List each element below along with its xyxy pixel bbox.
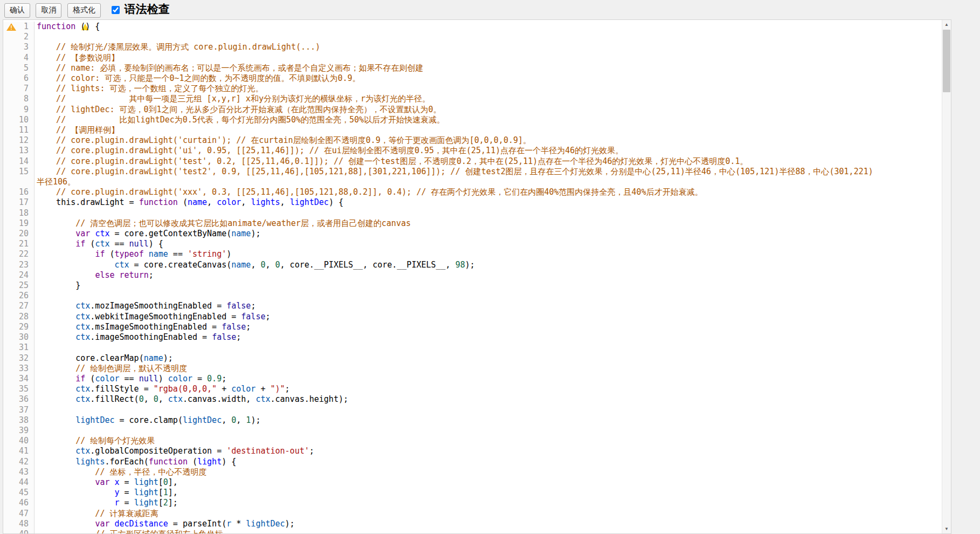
- scrollbar-down-arrow-icon[interactable]: ▼: [942, 524, 951, 533]
- code-text: 半径106。: [34, 177, 942, 187]
- code-line[interactable]: 25 }: [3, 280, 942, 291]
- code-line[interactable]: 42 lights.forEach(function (light) {: [3, 457, 942, 467]
- code-text: [34, 426, 942, 436]
- line-number: 25: [3, 280, 34, 291]
- code-line[interactable]: 1!function () {: [3, 22, 942, 32]
- line-number: 49: [3, 529, 34, 534]
- code-text: // 【参数说明】: [34, 53, 942, 63]
- code-text: var decDistance = parseInt(r * lightDec)…: [34, 519, 942, 529]
- code-line[interactable]: 18: [3, 208, 942, 218]
- code-line[interactable]: 45 y = light[1],: [3, 488, 942, 498]
- code-line[interactable]: 44 var x = light[0],: [3, 477, 942, 488]
- code-line[interactable]: 35 ctx.fillStyle = "rgba(0,0,0," + color…: [3, 384, 942, 394]
- code-line-wrap[interactable]: 半径106。: [3, 177, 942, 187]
- code-text: // 绘制灯光/漆黑层效果。调用方式 core.plugin.drawLight…: [34, 42, 942, 52]
- code-line[interactable]: 37: [3, 405, 942, 415]
- code-editor[interactable]: 1!function () {23 // 绘制灯光/漆黑层效果。调用方式 cor…: [3, 19, 951, 534]
- code-text: ctx.msImageSmoothingEnabled = false;: [34, 322, 942, 332]
- line-number: 6: [3, 73, 34, 84]
- cancel-button[interactable]: 取消: [36, 3, 61, 18]
- code-text: ctx = core.createCanvas(name, 0, 0, core…: [34, 260, 942, 270]
- code-text: y = light[1],: [34, 488, 942, 498]
- line-number: 7: [3, 84, 34, 94]
- code-line[interactable]: 3 // 绘制灯光/漆黑层效果。调用方式 core.plugin.drawLig…: [3, 42, 942, 52]
- code-lines-area[interactable]: 1!function () {23 // 绘制灯光/漆黑层效果。调用方式 cor…: [3, 22, 942, 533]
- code-line[interactable]: 13 // core.plugin.drawLight('ui', 0.95, …: [3, 146, 942, 156]
- code-text: // lightDec: 可选，0到1之间，光从多少百分比才开始衰减（在此范围内…: [34, 105, 942, 115]
- code-line[interactable]: 12 // core.plugin.drawLight('curtain'); …: [3, 135, 942, 146]
- vertical-scrollbar[interactable]: ▲ ▼: [942, 20, 951, 533]
- code-text: ctx.webkitImageSmoothingEnabled = false;: [34, 312, 942, 322]
- line-number: 2: [3, 32, 34, 42]
- code-line[interactable]: 16 // core.plugin.drawLight('xxx', 0.3, …: [3, 187, 942, 197]
- line-number: 31: [3, 343, 34, 353]
- code-line[interactable]: 43 // 坐标，半径，中心不透明度: [3, 467, 942, 477]
- code-line[interactable]: 4 // 【参数说明】: [3, 53, 942, 63]
- code-line[interactable]: 28 ctx.webkitImageSmoothingEnabled = fal…: [3, 312, 942, 322]
- code-line[interactable]: 47 // 计算衰减距离: [3, 509, 942, 519]
- code-text: // 计算衰减距离: [34, 509, 942, 519]
- line-number: 21: [3, 239, 34, 249]
- scrollbar-thumb[interactable]: [943, 30, 950, 92]
- code-line[interactable]: 38 lightDec = core.clamp(lightDec, 0, 1)…: [3, 415, 942, 426]
- code-line[interactable]: 34 if (color == null) color = 0.9;: [3, 374, 942, 384]
- confirm-button[interactable]: 确认: [4, 3, 30, 18]
- code-line[interactable]: 29 ctx.msImageSmoothingEnabled = false;: [3, 322, 942, 332]
- code-text: // 坐标，半径，中心不透明度: [34, 467, 942, 477]
- line-number: 15: [3, 167, 34, 177]
- code-line[interactable]: 23 ctx = core.createCanvas(name, 0, 0, c…: [3, 260, 942, 270]
- line-number: 12: [3, 135, 34, 146]
- lint-checkbox[interactable]: [112, 6, 120, 14]
- line-number: 23: [3, 260, 34, 270]
- code-line[interactable]: 22 if (typeof name == 'string'): [3, 249, 942, 259]
- line-number: 26: [3, 291, 34, 301]
- code-line[interactable]: 40 // 绘制每个灯光效果: [3, 436, 942, 446]
- line-number: 13: [3, 146, 34, 156]
- line-number: 45: [3, 488, 34, 498]
- format-button[interactable]: 格式化: [67, 3, 101, 18]
- code-text: else return;: [34, 270, 942, 280]
- code-line[interactable]: 30 ctx.imageSmoothingEnabled = false;: [3, 332, 942, 343]
- code-line[interactable]: 20 var ctx = core.getContextByName(name)…: [3, 229, 942, 239]
- code-line[interactable]: 5 // name: 必填，要绘制到的画布名；可以是一个系统画布，或者是个自定义…: [3, 63, 942, 73]
- code-line[interactable]: 46 r = light[2];: [3, 498, 942, 508]
- code-line[interactable]: 19 // 清空色调层；也可以修改成其它层比如animate/weather层，…: [3, 218, 942, 229]
- line-number: 11: [3, 125, 34, 135]
- code-line[interactable]: 31: [3, 343, 942, 353]
- code-line[interactable]: 21 if (ctx == null) {: [3, 239, 942, 249]
- code-text: [34, 343, 942, 353]
- line-number: 18: [3, 208, 34, 218]
- code-text: ctx.globalCompositeOperation = 'destinat…: [34, 446, 942, 456]
- code-text: if (color == null) color = 0.9;: [34, 374, 942, 384]
- code-line[interactable]: 11 // 【调用样例】: [3, 125, 942, 135]
- line-number: 27: [3, 301, 34, 311]
- code-line[interactable]: 9 // lightDec: 可选，0到1之间，光从多少百分比才开始衰减（在此范…: [3, 105, 942, 115]
- code-line[interactable]: 26: [3, 291, 942, 301]
- code-text: // core.plugin.drawLight('curtain'); // …: [34, 135, 942, 146]
- code-text: ctx.fillStyle = "rgba(0,0,0," + color + …: [34, 384, 942, 394]
- code-line[interactable]: 10 // 比如lightDec为0.5代表，每个灯光部分内圈50%的范围全亮，…: [3, 115, 942, 125]
- code-line[interactable]: 17 this.drawLight = function (name, colo…: [3, 197, 942, 208]
- code-text: // lights: 可选，一个数组，定义了每个独立的灯光。: [34, 84, 942, 94]
- line-number: 39: [3, 426, 34, 436]
- code-line[interactable]: 39: [3, 426, 942, 436]
- code-line[interactable]: 7 // lights: 可选，一个数组，定义了每个独立的灯光。: [3, 84, 942, 94]
- code-line[interactable]: 14 // core.plugin.drawLight('test', 0.2,…: [3, 156, 942, 167]
- code-line[interactable]: 41 ctx.globalCompositeOperation = 'desti…: [3, 446, 942, 456]
- code-line[interactable]: 27 ctx.mozImageSmoothingEnabled = false;: [3, 301, 942, 311]
- code-line[interactable]: 33 // 绘制色调层，默认不透明度: [3, 364, 942, 374]
- code-line[interactable]: 6 // color: 可选，只能是一个0~1之间的数，为不透明度的值。不填则默…: [3, 73, 942, 84]
- code-line[interactable]: 24 else return;: [3, 270, 942, 280]
- line-number: 47: [3, 509, 34, 519]
- code-line[interactable]: 49 // 正方形区域的直径和左上角坐标: [3, 529, 942, 534]
- code-line[interactable]: 32 core.clearMap(name);: [3, 353, 942, 364]
- scrollbar-up-arrow-icon[interactable]: ▲: [942, 20, 951, 29]
- code-text: var ctx = core.getContextByName(name);: [34, 229, 942, 239]
- line-number: 17: [3, 197, 34, 208]
- code-line[interactable]: 15 // core.plugin.drawLight('test2', 0.9…: [3, 167, 942, 177]
- code-line[interactable]: 36 ctx.fillRect(0, 0, ctx.canvas.width, …: [3, 394, 942, 405]
- code-line[interactable]: 2: [3, 32, 942, 42]
- code-line[interactable]: 8 // 其中每一项是三元组 [x,y,r] x和y分别为该灯光的横纵坐标，r为…: [3, 94, 942, 104]
- code-text: // color: 可选，只能是一个0~1之间的数，为不透明度的值。不填则默认为…: [34, 73, 942, 84]
- code-line[interactable]: 48 var decDistance = parseInt(r * lightD…: [3, 519, 942, 529]
